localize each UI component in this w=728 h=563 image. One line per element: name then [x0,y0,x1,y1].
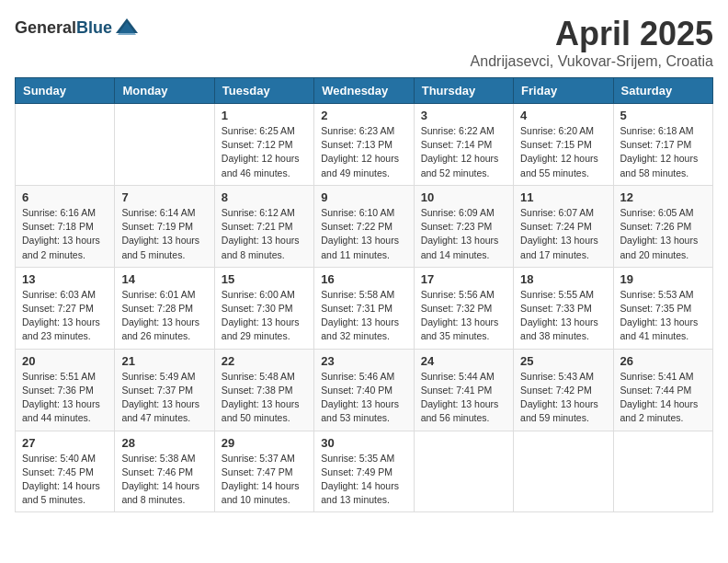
day-info: Sunrise: 6:16 AM Sunset: 7:18 PM Dayligh… [22,206,108,262]
calendar-week-row: 6Sunrise: 6:16 AM Sunset: 7:18 PM Daylig… [16,185,713,267]
logo-blue: Blue [76,18,112,37]
day-info: Sunrise: 5:40 AM Sunset: 7:45 PM Dayligh… [22,452,108,508]
day-info: Sunrise: 5:41 AM Sunset: 7:44 PM Dayligh… [620,370,706,426]
location-title: Andrijasevci, Vukovar-Srijem, Croatia [471,53,713,70]
calendar-cell: 21Sunrise: 5:49 AM Sunset: 7:37 PM Dayli… [115,349,214,431]
day-number: 9 [321,190,406,204]
day-number: 7 [121,190,207,204]
day-number: 2 [321,109,406,122]
day-number: 26 [620,354,706,368]
day-number: 16 [321,272,406,286]
day-number: 28 [121,436,207,450]
calendar-cell: 17Sunrise: 5:56 AM Sunset: 7:32 PM Dayli… [414,267,513,349]
calendar-cell: 19Sunrise: 5:53 AM Sunset: 7:35 PM Dayli… [613,267,712,349]
calendar-cell: 24Sunrise: 5:44 AM Sunset: 7:41 PM Dayli… [414,349,513,431]
calendar-cell: 22Sunrise: 5:48 AM Sunset: 7:38 PM Dayli… [214,349,313,431]
calendar-cell: 7Sunrise: 6:14 AM Sunset: 7:19 PM Daylig… [115,185,214,267]
day-number: 3 [421,109,506,122]
day-info: Sunrise: 5:48 AM Sunset: 7:38 PM Dayligh… [222,370,307,426]
day-number: 11 [520,190,606,204]
calendar-cell: 23Sunrise: 5:46 AM Sunset: 7:40 PM Dayli… [314,349,414,431]
day-number: 19 [620,272,706,286]
day-info: Sunrise: 6:22 AM Sunset: 7:14 PM Dayligh… [421,124,506,180]
day-number: 25 [520,354,606,368]
weekday-row: SundayMondayTuesdayWednesdayThursdayFrid… [16,78,713,104]
day-info: Sunrise: 5:46 AM Sunset: 7:40 PM Dayligh… [321,370,406,426]
calendar-cell: 12Sunrise: 6:05 AM Sunset: 7:26 PM Dayli… [613,185,712,267]
month-title: April 2025 [471,15,713,53]
day-info: Sunrise: 6:12 AM Sunset: 7:21 PM Dayligh… [222,206,307,262]
day-info: Sunrise: 6:07 AM Sunset: 7:24 PM Dayligh… [520,206,606,262]
day-number: 22 [222,354,307,368]
calendar-cell: 29Sunrise: 5:37 AM Sunset: 7:47 PM Dayli… [214,431,313,512]
calendar-cell [514,431,613,512]
calendar-cell: 16Sunrise: 5:58 AM Sunset: 7:31 PM Dayli… [314,267,414,349]
calendar-week-row: 1Sunrise: 6:25 AM Sunset: 7:12 PM Daylig… [16,104,713,186]
calendar-cell [613,431,712,512]
day-info: Sunrise: 5:35 AM Sunset: 7:49 PM Dayligh… [321,452,406,508]
day-number: 14 [121,272,207,286]
logo-general: General [15,18,76,37]
day-info: Sunrise: 5:49 AM Sunset: 7:37 PM Dayligh… [121,370,207,426]
logo: GeneralBlue [15,15,140,40]
day-number: 17 [421,272,506,286]
day-number: 24 [421,354,506,368]
calendar-table: SundayMondayTuesdayWednesdayThursdayFrid… [15,77,713,512]
day-info: Sunrise: 6:23 AM Sunset: 7:13 PM Dayligh… [321,124,406,180]
logo-icon [114,15,140,40]
day-info: Sunrise: 5:37 AM Sunset: 7:47 PM Dayligh… [222,452,307,508]
weekday-header-saturday: Saturday [613,78,712,104]
day-number: 30 [321,436,406,450]
day-number: 20 [22,354,108,368]
day-number: 1 [222,109,307,122]
day-info: Sunrise: 5:44 AM Sunset: 7:41 PM Dayligh… [421,370,506,426]
day-number: 29 [222,436,307,450]
day-info: Sunrise: 6:03 AM Sunset: 7:27 PM Dayligh… [22,288,108,344]
calendar-cell: 4Sunrise: 6:20 AM Sunset: 7:15 PM Daylig… [514,104,613,186]
day-info: Sunrise: 6:14 AM Sunset: 7:19 PM Dayligh… [121,206,207,262]
day-info: Sunrise: 6:25 AM Sunset: 7:12 PM Dayligh… [222,124,307,180]
day-number: 21 [121,354,207,368]
day-number: 5 [620,109,706,122]
calendar-cell: 15Sunrise: 6:00 AM Sunset: 7:30 PM Dayli… [214,267,313,349]
calendar-week-row: 13Sunrise: 6:03 AM Sunset: 7:27 PM Dayli… [16,267,713,349]
day-number: 15 [222,272,307,286]
day-number: 27 [22,436,108,450]
day-number: 18 [520,272,606,286]
weekday-header-wednesday: Wednesday [314,78,414,104]
day-info: Sunrise: 5:53 AM Sunset: 7:35 PM Dayligh… [620,288,706,344]
day-info: Sunrise: 6:10 AM Sunset: 7:22 PM Dayligh… [321,206,406,262]
calendar-cell: 5Sunrise: 6:18 AM Sunset: 7:17 PM Daylig… [613,104,712,186]
calendar-cell: 13Sunrise: 6:03 AM Sunset: 7:27 PM Dayli… [16,267,115,349]
calendar-header: SundayMondayTuesdayWednesdayThursdayFrid… [16,78,713,104]
calendar-cell: 8Sunrise: 6:12 AM Sunset: 7:21 PM Daylig… [214,185,313,267]
weekday-header-sunday: Sunday [16,78,115,104]
page-header: GeneralBlue April 2025 Andrijasevci, Vuk… [15,15,713,70]
day-info: Sunrise: 5:55 AM Sunset: 7:33 PM Dayligh… [520,288,606,344]
day-info: Sunrise: 5:43 AM Sunset: 7:42 PM Dayligh… [520,370,606,426]
calendar-body: 1Sunrise: 6:25 AM Sunset: 7:12 PM Daylig… [16,104,713,512]
calendar-cell [115,104,214,186]
calendar-cell: 1Sunrise: 6:25 AM Sunset: 7:12 PM Daylig… [214,104,313,186]
calendar-cell: 30Sunrise: 5:35 AM Sunset: 7:49 PM Dayli… [314,431,414,512]
weekday-header-thursday: Thursday [414,78,513,104]
calendar-cell: 3Sunrise: 6:22 AM Sunset: 7:14 PM Daylig… [414,104,513,186]
calendar-cell: 6Sunrise: 6:16 AM Sunset: 7:18 PM Daylig… [16,185,115,267]
day-info: Sunrise: 5:38 AM Sunset: 7:46 PM Dayligh… [121,452,207,508]
day-info: Sunrise: 6:05 AM Sunset: 7:26 PM Dayligh… [620,206,706,262]
calendar-cell: 28Sunrise: 5:38 AM Sunset: 7:46 PM Dayli… [115,431,214,512]
day-info: Sunrise: 6:20 AM Sunset: 7:15 PM Dayligh… [520,124,606,180]
calendar-cell [16,104,115,186]
calendar-week-row: 20Sunrise: 5:51 AM Sunset: 7:36 PM Dayli… [16,349,713,431]
day-number: 12 [620,190,706,204]
day-info: Sunrise: 5:58 AM Sunset: 7:31 PM Dayligh… [321,288,406,344]
title-area: April 2025 Andrijasevci, Vukovar-Srijem,… [471,15,713,70]
weekday-header-monday: Monday [115,78,214,104]
day-number: 10 [421,190,506,204]
calendar-cell: 2Sunrise: 6:23 AM Sunset: 7:13 PM Daylig… [314,104,414,186]
calendar-cell: 18Sunrise: 5:55 AM Sunset: 7:33 PM Dayli… [514,267,613,349]
calendar-cell: 27Sunrise: 5:40 AM Sunset: 7:45 PM Dayli… [16,431,115,512]
calendar-cell: 14Sunrise: 6:01 AM Sunset: 7:28 PM Dayli… [115,267,214,349]
calendar-cell: 25Sunrise: 5:43 AM Sunset: 7:42 PM Dayli… [514,349,613,431]
day-number: 6 [22,190,108,204]
